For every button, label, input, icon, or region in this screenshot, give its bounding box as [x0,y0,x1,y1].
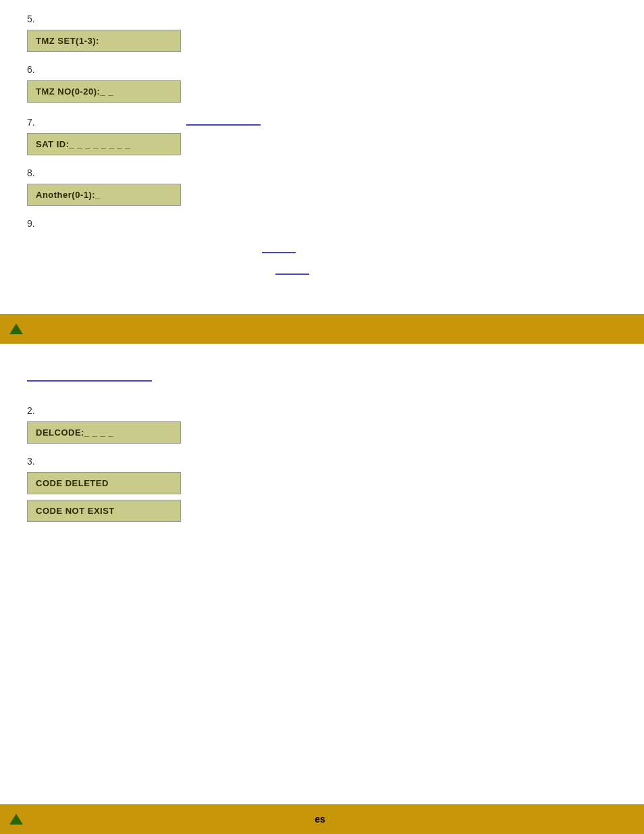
item-9-line2 [27,256,617,275]
item-9-link1[interactable] [262,244,296,253]
triangle-icon-1 [9,323,23,334]
item-6: 6. TMZ NO(0-20):_ _ [27,64,617,103]
tmz-no-input[interactable]: TMZ NO(0-20):_ _ [27,80,181,103]
delcode-input[interactable]: DELCODE:_ _ _ _ [27,421,181,444]
item-7-number: 7. [27,115,617,128]
item-2-number: 2. [27,405,617,416]
tmz-set-input[interactable]: TMZ SET(1-3): [27,30,181,52]
item-6-number: 6. [27,64,617,75]
triangle-icon-2 [9,814,23,825]
item-2: 2. DELCODE:_ _ _ _ [27,405,617,444]
bottom-bar-text: es [315,814,352,825]
item-5-number: 5. [27,14,617,24]
item-8-number: 8. [27,167,617,178]
sat-id-input[interactable]: SAT ID:_ _ _ _ _ _ _ _ [27,133,181,155]
item-9-number: 9. [27,218,617,229]
item-1 [27,371,617,394]
item-8: 8. Another(0-1):_ [27,167,617,206]
item-9: 9. [27,218,617,275]
item-3-number: 3. [27,456,617,467]
item-5: 5. TMZ SET(1-3): [27,14,617,52]
golden-bar-1 [0,314,644,344]
item-9-content [27,234,617,275]
item-1-link[interactable] [27,371,152,382]
bottom-bar: es [0,804,644,834]
bottom-section: 2. DELCODE:_ _ _ _ 3. CODE DELETED CODE … [0,357,644,548]
item-9-line1 [27,234,617,253]
item-3: 3. CODE DELETED CODE NOT EXIST [27,456,617,522]
another-input[interactable]: Another(0-1):_ [27,184,181,206]
item-7: 7. SAT ID:_ _ _ _ _ _ _ _ [27,115,617,155]
item-9-link2[interactable] [275,265,309,275]
code-deleted-box: CODE DELETED [27,472,181,494]
code-not-exist-box: CODE NOT EXIST [27,500,181,522]
item-7-link[interactable] [186,115,261,126]
